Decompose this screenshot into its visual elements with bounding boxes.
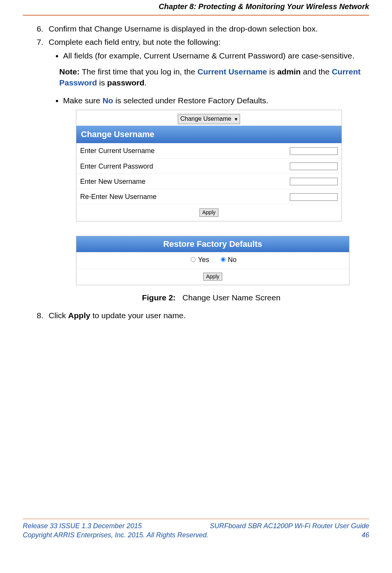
note-block: Note: The first time that you log in, th…	[59, 66, 362, 88]
footer-release: Release 33 ISSUE 1.3 December 2015	[23, 521, 209, 530]
figure-text: Change User Name Screen	[182, 293, 280, 302]
footer-copyright: Copyright ARRIS Enterprises, Inc. 2015. …	[23, 530, 209, 540]
dropdown-value: Change Username	[180, 115, 231, 122]
dropdown-change-username[interactable]: Change Username ▼	[178, 114, 240, 124]
chapter-header: Chapter 8: Protecting & Monitoring Your …	[23, 0, 369, 16]
input-reenter-new-username[interactable]	[290, 193, 338, 201]
step-6: Confirm that Change Username is displaye…	[46, 23, 362, 34]
note-text-2: is	[267, 67, 277, 76]
footer-rule	[23, 519, 369, 519]
note-text-3: and the	[301, 67, 332, 76]
figure-label: Figure 2:	[142, 293, 176, 302]
note-admin: admin	[277, 67, 301, 76]
figure-caption: Figure 2:Change User Name Screen	[61, 292, 362, 303]
label-new-username: Enter New Username	[80, 177, 187, 186]
note-current-username: Current Username	[198, 67, 267, 76]
bullet-b-no: No	[103, 96, 113, 105]
chevron-down-icon: ▼	[234, 117, 238, 122]
apply-button-1[interactable]: Apply	[199, 208, 218, 217]
restore-defaults-panel: Restore Factory Defaults Yes No Apply	[76, 236, 349, 285]
label-reenter-new-username: Re-Enter New Username	[80, 192, 187, 202]
radio-yes-label[interactable]: Yes	[189, 256, 211, 264]
note-text-5: .	[144, 78, 147, 87]
change-username-panel: Change Username ▼ Change Username Enter …	[76, 110, 342, 221]
bullet-b-2: is selected under Restore Factory Defaul…	[113, 96, 269, 105]
input-current-username[interactable]	[290, 147, 338, 155]
bullet-restore-no: Make sure No is selected under Restore F…	[63, 95, 362, 106]
step-7-text: Complete each field entry, but note the …	[49, 38, 221, 46]
step-8-apply: Apply	[68, 311, 90, 320]
radio-yes[interactable]	[191, 257, 196, 262]
radio-no-text: No	[228, 256, 237, 264]
label-current-username: Enter Current Username	[80, 146, 187, 156]
radio-yes-text: Yes	[198, 256, 209, 264]
bullet-b-1: Make sure	[63, 96, 103, 105]
footer-page-number: 46	[210, 530, 369, 540]
radio-no[interactable]	[221, 257, 226, 262]
step-8-2: to update your user name.	[90, 311, 186, 320]
note-label: Note:	[59, 67, 80, 76]
section-title-restore-defaults: Restore Factory Defaults	[76, 236, 349, 253]
note-password: password	[107, 78, 144, 87]
note-text-1: The first time that you log in, the	[80, 67, 198, 76]
apply-button-2[interactable]: Apply	[203, 273, 222, 281]
label-current-password: Enter Current Password	[80, 162, 187, 171]
input-current-password[interactable]	[290, 163, 338, 170]
step-7: Complete each field entry, but note the …	[46, 36, 362, 303]
footer-guide-title: SURFboard SBR AC1200P Wi-Fi Router User …	[210, 521, 369, 530]
step-8: Click Apply to update your user name.	[46, 310, 362, 321]
section-title-change-username: Change Username	[76, 126, 341, 144]
note-text-4: is	[97, 78, 107, 87]
radio-no-label[interactable]: No	[219, 256, 237, 264]
bullet-case-sensitive: All fields (for example, Current Usernam…	[63, 50, 362, 61]
step-8-1: Click	[49, 311, 68, 320]
input-new-username[interactable]	[290, 178, 338, 185]
radio-row: Yes No	[76, 252, 349, 268]
